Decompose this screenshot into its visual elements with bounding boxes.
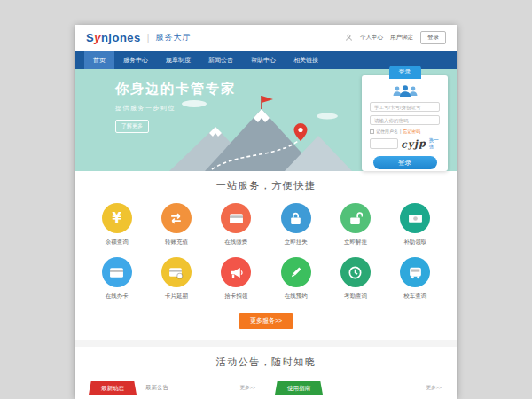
captcha-refresh-link[interactable]: 换一张: [429, 137, 440, 150]
news-panel: 最新动态 最新公告 更多>>: [89, 381, 257, 399]
services-heading: 一站服务，方便快捷: [75, 171, 457, 192]
service-apply-card[interactable]: 在线办卡: [87, 257, 146, 301]
divider: |: [147, 33, 150, 43]
header-login-button[interactable]: 登录: [420, 31, 446, 44]
nav-item-service-center[interactable]: 服务中心: [114, 51, 157, 69]
page: Synjones | 服务大厅 个人中心 用户绑定 登录 首页 服务中心 规章制…: [75, 25, 457, 399]
announcement-panels: 最新动态 最新公告 更多>> 使用指南 更多>>: [75, 381, 457, 399]
login-links-divider: |: [400, 129, 401, 134]
nav-item-news[interactable]: 新闻公告: [200, 51, 242, 69]
announcements-heading: 活动公告，随时知晓: [75, 356, 457, 369]
portal-name: 服务大厅: [155, 32, 191, 43]
service-attendance[interactable]: 考勤查询: [325, 257, 385, 301]
yen-icon: ¥: [112, 210, 121, 226]
service-subsidy[interactable]: 补助领取: [386, 203, 445, 246]
guide-more-link[interactable]: 更多>>: [426, 385, 442, 391]
pencil-icon: [288, 265, 303, 280]
person-icon: [345, 34, 353, 42]
unlock-icon: [348, 211, 363, 226]
remember-label: 记住用户名: [376, 129, 398, 134]
lock-icon: [288, 211, 303, 226]
service-balance[interactable]: ¥ 余额查询: [87, 203, 146, 246]
personal-center-link[interactable]: 个人中心: [360, 34, 383, 42]
login-panel: 登录 记住用户名 | 忘记密码 cyjp 换一张 登: [362, 75, 448, 171]
guide-ribbon-tab[interactable]: 使用指南: [275, 381, 323, 395]
card-icon: [229, 211, 244, 226]
nav-item-rules[interactable]: 规章制度: [157, 51, 200, 69]
captcha-input[interactable]: [370, 138, 398, 149]
section-divider: [75, 340, 457, 347]
users-group-icon: [391, 84, 419, 98]
login-submit-button[interactable]: 登录: [373, 156, 437, 169]
hero-title: 你身边的卡管专家: [115, 81, 236, 98]
hero-banner: 你身边的卡管专家 提供服务一步到位 了解更多 登录: [75, 69, 457, 171]
services-grid: ¥ 余额查询 转账充值 在线缴费: [87, 203, 445, 301]
captcha-image: cyjp: [401, 137, 426, 150]
logo: Synjones: [86, 31, 141, 44]
nav-item-links[interactable]: 相关链接: [285, 51, 327, 69]
latest-announcements-tab[interactable]: 最新公告: [145, 384, 168, 392]
news-more-link[interactable]: 更多>>: [240, 385, 255, 391]
password-input[interactable]: [370, 115, 440, 125]
guide-panel: 使用指南 更多>>: [275, 381, 443, 399]
hero-cta-button[interactable]: 了解更多: [115, 120, 149, 133]
remember-checkbox[interactable]: [370, 129, 374, 134]
more-services-button[interactable]: 更多服务>>: [239, 313, 293, 329]
banknote-icon: [408, 211, 423, 226]
service-online-payment[interactable]: 在线缴费: [207, 203, 266, 246]
username-input[interactable]: [370, 102, 440, 112]
service-unfreeze[interactable]: 立即解挂: [325, 203, 385, 246]
bus-icon: [408, 265, 423, 280]
service-online-booking[interactable]: 在线预约: [266, 257, 325, 301]
user-bind-link[interactable]: 用户绑定: [390, 34, 413, 42]
header: Synjones | 服务大厅 个人中心 用户绑定 登录: [75, 25, 457, 51]
card-icon: [109, 265, 124, 280]
service-report-loss[interactable]: 立即挂失: [266, 203, 325, 246]
service-found-cards[interactable]: 拾卡招领: [207, 257, 266, 301]
login-tab[interactable]: 登录: [389, 66, 421, 79]
card-clock-icon: [168, 265, 184, 280]
news-ribbon-tab[interactable]: 最新动态: [89, 381, 137, 395]
hero-subtitle: 提供服务一步到位: [115, 104, 236, 113]
nav-item-home[interactable]: 首页: [84, 51, 114, 69]
service-school-bus[interactable]: 校车查询: [386, 257, 445, 301]
nav-item-help[interactable]: 帮助中心: [242, 51, 285, 69]
megaphone-icon: [229, 265, 244, 280]
transfer-arrows-icon: [168, 211, 184, 226]
service-transfer[interactable]: 转账充值: [146, 203, 206, 246]
forgot-password-link[interactable]: 忘记密码: [403, 129, 420, 134]
clock-icon: [348, 265, 363, 280]
service-card-extension[interactable]: 卡片延期: [146, 257, 206, 301]
